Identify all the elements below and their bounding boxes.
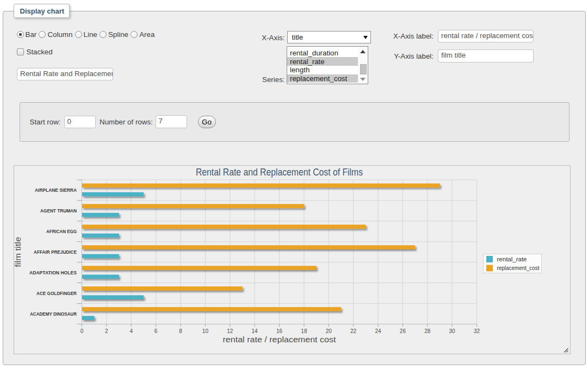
svg-text:32: 32 — [473, 328, 480, 334]
svg-text:Rental Rate and Replacement Co: Rental Rate and Replacement Cost of Film… — [196, 166, 363, 177]
svg-text:18: 18 — [301, 328, 307, 334]
svg-text:AIRPLANE SIERRA: AIRPLANE SIERRA — [35, 187, 77, 193]
svg-text:6: 6 — [154, 328, 157, 334]
svg-text:28: 28 — [424, 328, 431, 334]
svg-text:replacement_cost: replacement_cost — [497, 265, 539, 271]
svg-text:rental rate / replacement cost: rental rate / replacement cost — [222, 335, 336, 344]
svg-text:ACE GOLDFINGER: ACE GOLDFINGER — [36, 290, 77, 296]
svg-text:12: 12 — [227, 328, 233, 334]
svg-text:4: 4 — [129, 328, 133, 334]
svg-text:ACADEMY DINOSAUR: ACADEMY DINOSAUR — [30, 311, 77, 316]
svg-text:30: 30 — [449, 328, 455, 334]
svg-text:8: 8 — [179, 328, 182, 334]
svg-text:22: 22 — [350, 328, 357, 334]
svg-text:16: 16 — [276, 328, 282, 334]
svg-text:24: 24 — [375, 328, 381, 334]
svg-text:0: 0 — [80, 328, 83, 334]
svg-text:AGENT TRUMAN: AGENT TRUMAN — [40, 208, 77, 214]
svg-text:2: 2 — [105, 328, 108, 334]
svg-text:26: 26 — [399, 328, 406, 334]
svg-text:AFRICAN EGG: AFRICAN EGG — [46, 229, 77, 234]
svg-text:10: 10 — [202, 328, 208, 334]
svg-text:rental_rate: rental_rate — [497, 255, 527, 262]
svg-text:ADAPTATION HOLES: ADAPTATION HOLES — [29, 269, 77, 275]
svg-text:film title: film title — [14, 236, 22, 267]
svg-text:14: 14 — [251, 328, 258, 334]
svg-text:AFFAIR PREJUDICE: AFFAIR PREJUDICE — [34, 249, 77, 254]
svg-text:20: 20 — [325, 328, 332, 334]
